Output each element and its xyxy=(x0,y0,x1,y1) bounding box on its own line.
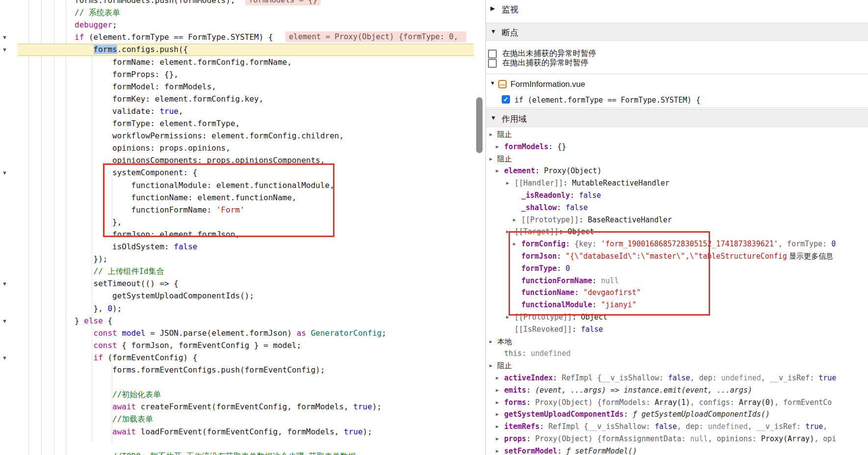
tree-expand-arrow-icon[interactable]: ▶ xyxy=(513,238,516,250)
scope-row[interactable]: _isReadonly: false xyxy=(486,189,868,201)
scope-row[interactable]: ▶setFormModel: ƒ setFormModel() xyxy=(486,445,868,455)
tree-expand-arrow-icon[interactable]: ▶ xyxy=(513,214,516,226)
code-line[interactable]: await createFormEvent(formEventConfig, f… xyxy=(0,401,474,413)
code-line[interactable]: systemComponent: { xyxy=(0,166,474,179)
tree-expand-arrow-icon[interactable]: ▶ xyxy=(496,445,499,455)
code-line[interactable]: debugger; xyxy=(0,19,474,31)
scope-row[interactable]: ▶本地 xyxy=(486,336,868,348)
scope-row[interactable]: functionName: "devgaofirst" xyxy=(486,287,868,298)
scope-row[interactable]: ▶[[Prototype]]: Object xyxy=(486,311,868,323)
scope-row[interactable]: ▶阻止 xyxy=(486,360,868,372)
code-line[interactable]: formType: element.formType, xyxy=(0,117,474,130)
tree-expand-arrow-icon[interactable]: ▶ xyxy=(496,421,499,432)
pause-uncaught-exceptions-checkbox[interactable] xyxy=(488,50,497,58)
code-line[interactable] xyxy=(0,376,474,388)
code-line[interactable]: validate: true, xyxy=(0,105,474,117)
code-line[interactable]: formProps: {}, xyxy=(0,68,474,80)
breakpoint-enabled-checkbox[interactable]: ✓ xyxy=(502,95,510,104)
code-line[interactable]: // 系统表单 xyxy=(0,6,474,19)
code-line[interactable]: formModel: formModels, xyxy=(0,80,474,93)
scope-row[interactable]: ▶formModels: {} xyxy=(486,141,868,153)
code-line[interactable]: functionalModule: element.functionalModu… xyxy=(0,179,474,191)
breakpoints-section-header[interactable]: ▼ 断点 xyxy=(486,23,868,41)
scope-row[interactable]: ▶activeIndex: RefImpl {__v_isShallow: fa… xyxy=(486,372,868,384)
code-line[interactable]: formKey: element.formConfig.key, xyxy=(0,93,474,105)
tree-expand-arrow-icon[interactable]: ▶ xyxy=(506,226,509,238)
scope-row[interactable]: ▶[[Prototype]]: BaseReactiveHandler xyxy=(486,214,868,226)
tree-expand-arrow-icon[interactable]: ▶ xyxy=(496,397,499,408)
code-line[interactable]: //TODO: 暂不放开,工作流没有获取表单数据这个步骤,获取表单数据 xyxy=(0,450,474,455)
code-line[interactable]: //加载表单 xyxy=(0,413,474,425)
code-line[interactable]: formJson: element.formJson, xyxy=(0,228,474,241)
tree-expand-arrow-icon[interactable]: ▶ xyxy=(496,141,499,153)
scope-row[interactable]: ▶props: Proxy(Object) {formAssignmentDat… xyxy=(486,433,868,445)
code-fold-arrow-icon[interactable]: ▼ xyxy=(2,355,7,361)
chevron-right-icon[interactable]: ▶ xyxy=(490,5,495,12)
scope-row[interactable]: ▶阻止 xyxy=(486,153,868,165)
scope-row[interactable]: functionFormName: null xyxy=(486,275,868,287)
code-line[interactable]: functionFormName: 'Form' xyxy=(0,204,474,216)
code-line[interactable]: isOldSystem: false xyxy=(0,241,474,253)
code-line[interactable]: }, 0); xyxy=(0,302,474,315)
code-line[interactable]: }); xyxy=(0,253,474,265)
tree-expand-arrow-icon[interactable]: ▶ xyxy=(506,311,509,323)
scope-row[interactable]: ▶formConfig: {key: 'form_190016868572830… xyxy=(486,238,868,250)
tree-expand-arrow-icon[interactable]: ▶ xyxy=(489,336,492,348)
code-line[interactable]: opinionsComponents: props.opinionsCompon… xyxy=(0,154,474,166)
scope-row[interactable]: formJson: "{\"databaseId\":\"master\",\"… xyxy=(486,250,868,262)
tree-expand-arrow-icon[interactable]: ▶ xyxy=(489,153,492,165)
code-line[interactable]: }, xyxy=(0,216,474,228)
code-line[interactable]: // 上传组件Id集合 xyxy=(0,265,474,277)
code-fold-arrow-icon[interactable]: ▼ xyxy=(2,281,7,287)
pause-caught-exceptions-checkbox[interactable] xyxy=(488,59,497,68)
scope-row[interactable]: ▶forms: Proxy(Object) {formModels: Array… xyxy=(486,397,868,408)
scope-row[interactable]: formType: 0 xyxy=(486,263,868,274)
scope-row[interactable]: ▶itemRefs: RefImpl {__v_isShallow: false… xyxy=(486,421,868,432)
scope-row[interactable]: ▶[[Target]]: Object xyxy=(486,226,868,238)
chevron-down-icon[interactable]: ▼ xyxy=(490,28,496,35)
tree-expand-arrow-icon[interactable]: ▶ xyxy=(506,177,509,189)
code-line[interactable]: if (formEventConfig) { xyxy=(0,351,474,364)
code-line[interactable]: await loadFormEvent(formEventConfig, for… xyxy=(0,426,474,438)
code-line[interactable]: forms.formModels.push(formModels); xyxy=(0,0,474,6)
tree-expand-arrow-icon[interactable]: ▶ xyxy=(489,129,492,140)
chevron-down-icon[interactable]: ▼ xyxy=(490,114,496,121)
scope-row[interactable]: this: undefined xyxy=(486,348,868,359)
chevron-down-icon[interactable]: ▼ xyxy=(490,80,495,86)
source-editor[interactable]: forms.formModels.push(formModels);// 系统表… xyxy=(0,0,474,455)
tree-expand-arrow-icon[interactable]: ▶ xyxy=(496,165,499,177)
code-line[interactable]: forms.configs.push({ xyxy=(0,43,474,55)
code-line[interactable]: } else { xyxy=(0,315,474,327)
scope-row[interactable]: ▶getSystemUploadComponentIds: ƒ getSyste… xyxy=(486,408,868,420)
tree-expand-arrow-icon[interactable]: ▶ xyxy=(489,360,492,372)
scope-row[interactable]: ▶[[Handler]]: MutableReactiveHandler xyxy=(486,177,868,189)
code-line[interactable]: getSystemUploadComponentIds(); xyxy=(0,290,474,302)
code-line[interactable]: formName: element.formConfig.formName, xyxy=(0,56,474,68)
scope-row[interactable]: [[IsRevoked]]: false xyxy=(486,323,868,335)
code-line[interactable]: functionName: element.functionName, xyxy=(0,191,474,204)
tree-expand-arrow-icon[interactable]: ▶ xyxy=(496,408,499,420)
code-line[interactable]: const model = JSON.parse(element.formJso… xyxy=(0,327,474,339)
code-fold-arrow-icon[interactable]: ▼ xyxy=(2,34,7,40)
code-fold-arrow-icon[interactable]: ▼ xyxy=(2,318,7,324)
code-line[interactable] xyxy=(0,438,474,450)
scope-row[interactable]: ▶element: Proxy(Object) xyxy=(486,165,868,177)
scope-row[interactable]: _shallow: false xyxy=(486,202,868,214)
code-fold-arrow-icon[interactable]: ▼ xyxy=(2,170,7,176)
tree-expand-arrow-icon[interactable]: ▶ xyxy=(496,384,499,396)
code-token: 'Form' xyxy=(216,205,245,214)
scope-row[interactable]: ▶阻止 xyxy=(486,129,868,140)
scope-row[interactable]: ▶emits: (event, ...args) => instance.emi… xyxy=(486,384,868,396)
code-line[interactable]: setTimeout(() => { xyxy=(0,277,474,290)
tree-expand-arrow-icon[interactable]: ▶ xyxy=(496,433,499,445)
editor-scrollbar-thumb[interactable] xyxy=(476,97,483,153)
code-line[interactable]: workflowPermissions: element.formConfig.… xyxy=(0,130,474,142)
code-line[interactable]: const { formJson, formEventConfig } = mo… xyxy=(0,339,474,351)
tree-expand-arrow-icon[interactable]: ▶ xyxy=(496,372,499,384)
code-line[interactable]: //初始化表单 xyxy=(0,388,474,401)
scope-row[interactable]: functionalModule: "jianyi" xyxy=(486,299,868,311)
code-fold-arrow-icon[interactable]: ▼ xyxy=(2,47,7,53)
scope-section-header[interactable]: ▼ 作用域 xyxy=(486,109,868,127)
code-line[interactable]: opinions: props.opinions, xyxy=(0,142,474,154)
code-line[interactable]: forms.formEventConfigs.push(formEventCon… xyxy=(0,364,474,376)
